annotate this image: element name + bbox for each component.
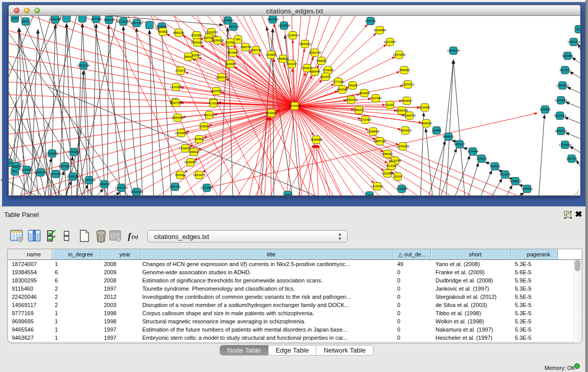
- svg-text:6479197: 6479197: [454, 143, 465, 146]
- svg-text:2718176: 2718176: [175, 69, 186, 72]
- svg-text:20364416: 20364416: [345, 98, 358, 101]
- svg-text:8454749: 8454749: [250, 49, 262, 52]
- svg-text:(x): (x): [132, 233, 138, 240]
- svg-text:19384554: 19384554: [310, 138, 323, 141]
- svg-text:13495754: 13495754: [403, 114, 416, 117]
- svg-text:17957223: 17957223: [83, 179, 96, 182]
- svg-text:10973493: 10973493: [393, 53, 406, 56]
- svg-text:15226053: 15226053: [205, 31, 218, 34]
- svg-text:7632621: 7632621: [489, 165, 500, 168]
- svg-text:10975867: 10975867: [59, 165, 72, 168]
- svg-text:9245612: 9245612: [521, 187, 533, 190]
- svg-text:3624514: 3624514: [359, 92, 370, 95]
- svg-text:14136141: 14136141: [371, 185, 384, 188]
- svg-text:16210643: 16210643: [554, 114, 567, 117]
- svg-text:1621072: 1621072: [320, 75, 331, 78]
- svg-text:10756928: 10756928: [397, 145, 409, 148]
- svg-text:16543382: 16543382: [191, 41, 204, 44]
- svg-text:13716485: 13716485: [201, 186, 213, 189]
- svg-text:1145190: 1145190: [51, 172, 62, 176]
- svg-text:12942757: 12942757: [34, 171, 47, 174]
- svg-text:1588520: 1588520: [277, 57, 289, 60]
- svg-text:7625402: 7625402: [175, 173, 186, 177]
- svg-text:12444181: 12444181: [555, 99, 568, 102]
- svg-text:1615112: 1615112: [386, 164, 398, 167]
- svg-text:15640910: 15640910: [299, 42, 312, 46]
- svg-text:19554923: 19554923: [399, 129, 412, 132]
- svg-text:6497568: 6497568: [337, 88, 348, 91]
- svg-text:12093523: 12093523: [556, 84, 569, 87]
- svg-text:16671355: 16671355: [130, 21, 143, 25]
- svg-text:14099469: 14099469: [184, 161, 197, 164]
- svg-text:7485063: 7485063: [399, 69, 410, 72]
- svg-text:12213382: 12213382: [170, 85, 183, 89]
- svg-text:05571: 05571: [21, 20, 30, 23]
- svg-text:10688609: 10688609: [367, 130, 380, 133]
- svg-text:16648784: 16648784: [447, 49, 460, 52]
- svg-text:8660128: 8660128: [173, 31, 184, 34]
- svg-text:1267533: 1267533: [566, 157, 577, 160]
- svg-text:1733426: 1733426: [396, 187, 407, 190]
- svg-text:18724007: 18724007: [289, 104, 301, 107]
- svg-text:8471676: 8471676: [499, 173, 511, 176]
- svg-text:19654985: 19654985: [171, 116, 184, 119]
- svg-text:10307487: 10307487: [369, 97, 382, 100]
- svg-text:1435594: 1435594: [199, 125, 210, 128]
- svg-text:25224: 25224: [394, 175, 402, 178]
- svg-text:2687682: 2687682: [365, 19, 376, 23]
- svg-text:3215955: 3215955: [539, 108, 551, 111]
- svg-text:9457791: 9457791: [169, 185, 181, 188]
- svg-text:1530021: 1530021: [266, 112, 277, 115]
- svg-text:2803144: 2803144: [216, 76, 227, 79]
- svg-text:17359928: 17359928: [68, 150, 80, 154]
- svg-text:15751074: 15751074: [568, 40, 580, 43]
- svg-text:13524851: 13524851: [381, 172, 394, 175]
- svg-text:16053809: 16053809: [222, 19, 234, 22]
- svg-text:9242848: 9242848: [225, 62, 236, 65]
- svg-text:8938923: 8938923: [443, 135, 454, 138]
- svg-text:8914: 8914: [9, 161, 12, 164]
- svg-text:15720407: 15720407: [359, 118, 372, 121]
- svg-text:12923468: 12923468: [130, 190, 143, 193]
- svg-text:8322037: 8322037: [286, 62, 297, 65]
- svg-text:7857224: 7857224: [228, 25, 239, 28]
- svg-text:16782759: 16782759: [115, 186, 128, 189]
- svg-text:15914479: 15914479: [193, 173, 206, 177]
- svg-text:10654112: 10654112: [509, 180, 522, 183]
- svg-text:2935114: 2935114: [476, 157, 488, 160]
- svg-text:3267130: 3267130: [204, 114, 215, 117]
- svg-text:6734024: 6734024: [322, 69, 334, 72]
- svg-text:746266: 746266: [348, 84, 358, 87]
- svg-text:164095: 164095: [432, 129, 442, 132]
- svg-text:19218506: 19218506: [278, 24, 291, 27]
- svg-text:11156829: 11156829: [20, 168, 33, 171]
- svg-text:17010504: 17010504: [559, 143, 572, 146]
- svg-text:19166825: 19166825: [175, 132, 188, 135]
- svg-text:10107554: 10107554: [170, 101, 183, 104]
- svg-text:12213967: 12213967: [384, 40, 397, 43]
- svg-text:11325419: 11325419: [287, 34, 299, 37]
- svg-text:7955812: 7955812: [316, 59, 327, 62]
- svg-text:12905135: 12905135: [67, 175, 79, 178]
- svg-text:9227543: 9227543: [559, 69, 571, 72]
- svg-text:10958127: 10958127: [98, 183, 111, 186]
- svg-text:1117: 1117: [576, 28, 580, 31]
- svg-text:6466160: 6466160: [103, 18, 115, 21]
- svg-text:9384067: 9384067: [382, 152, 393, 156]
- svg-text:9115460: 9115460: [420, 106, 431, 109]
- svg-text:28053346: 28053346: [77, 64, 90, 67]
- svg-text:62160: 62160: [386, 103, 394, 106]
- svg-text:7986372: 7986372: [353, 108, 364, 112]
- svg-text:8912954: 8912954: [191, 34, 202, 37]
- svg-text:107191455: 107191455: [116, 20, 130, 23]
- svg-text:546: 546: [235, 38, 241, 41]
- svg-text:7663822: 7663822: [157, 30, 168, 33]
- svg-text:20200556: 20200556: [46, 152, 59, 155]
- svg-text:3875685: 3875685: [227, 51, 238, 54]
- svg-text:18186328: 18186328: [211, 39, 224, 42]
- svg-text:417004: 417004: [209, 102, 219, 105]
- svg-text:13975115: 13975115: [402, 83, 415, 86]
- svg-text:1527602: 1527602: [91, 17, 102, 20]
- svg-text:587834: 587834: [194, 138, 204, 141]
- svg-text:9474444: 9474444: [467, 150, 478, 153]
